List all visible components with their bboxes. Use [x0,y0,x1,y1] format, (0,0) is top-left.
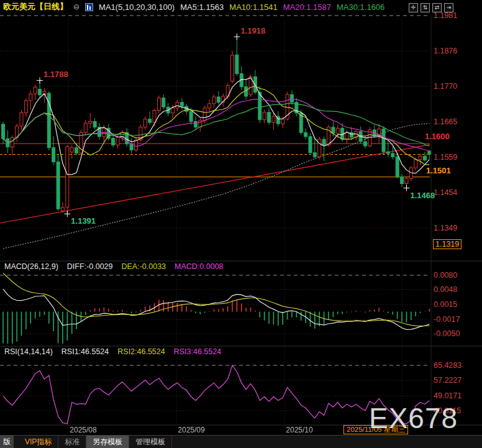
tab-vip-indicators[interactable]: VIP指标 [19,436,58,448]
watermark: EX678 [369,401,458,435]
tab-partial[interactable]: 版 [0,436,14,448]
rsi-header: RSI(14,14,14) RSI1:46.5524 RSI2:46.5524 … [4,347,221,356]
chart-canvas[interactable]: 1.19811.18761.17701.16651.15591.14541.13… [0,0,482,435]
bottom-toolbar: 版 VIP指标 标准 另存模板 管理模板 [0,435,482,448]
tab-standard[interactable]: 标准 [58,436,86,448]
tab-manage-template[interactable]: 管理模板 [129,436,172,448]
macd-diff-value: DIFF:-0.0029 [67,262,113,271]
macd-dea-value: DEA:-0.0033 [121,262,166,271]
macd-header: MACD(26,12,9) DIFF:-0.0029 DEA:-0.0033 M… [4,262,224,271]
rsi-name: RSI(14,14,14) [4,347,53,356]
rsi3-value: RSI3:46.5524 [174,347,221,356]
tab-save-template[interactable]: 另存模板 [86,436,129,448]
macd-name: MACD(26,12,9) [4,262,58,271]
chart-svg[interactable] [0,0,482,435]
rsi1-value: RSI1:46.5524 [61,347,109,356]
rsi2-value: RSI2:46.5524 [117,347,165,356]
macd-bar-value: MACD:0.0008 [175,262,224,271]
chart-window: 欧元美元【日线】 ⊖ MA1(5,10,20,30,100) MA5:1.156… [0,0,482,448]
